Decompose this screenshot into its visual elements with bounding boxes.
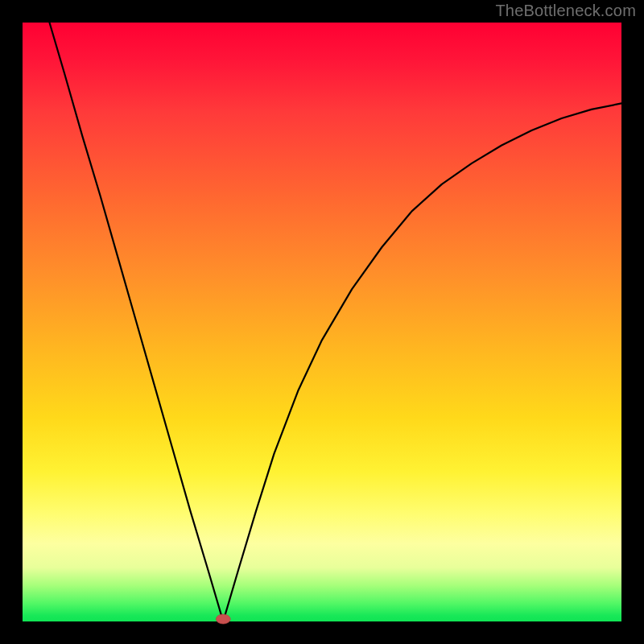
bottleneck-curve xyxy=(49,23,621,621)
chart-container: TheBottleneck.com xyxy=(0,0,644,644)
plot-area xyxy=(23,23,621,621)
minimum-marker xyxy=(216,614,230,624)
watermark-text: TheBottleneck.com xyxy=(495,2,636,20)
curve-svg xyxy=(23,23,621,621)
